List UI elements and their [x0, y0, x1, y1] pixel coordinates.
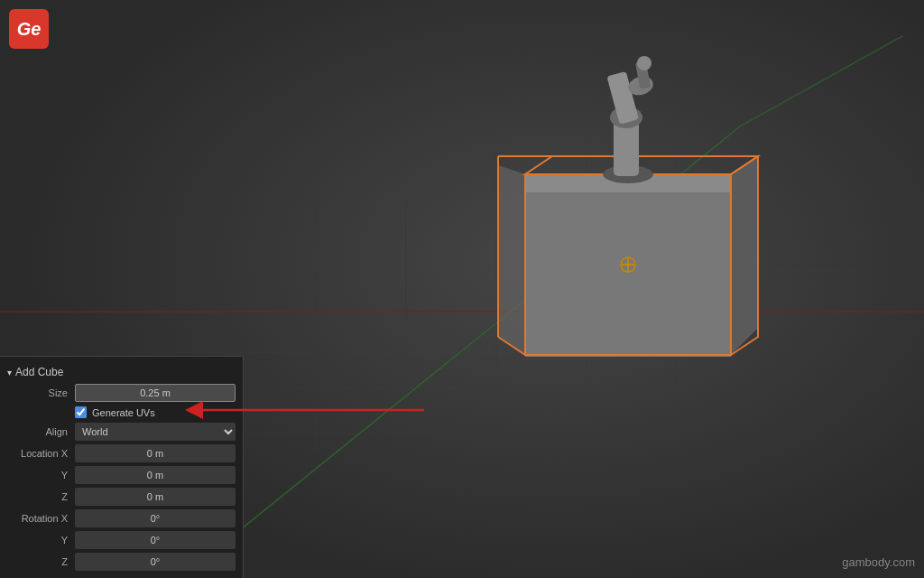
location-y-row: Y — [0, 464, 243, 486]
rotation-x-row: Rotation X — [0, 508, 243, 529]
rotation-x-input[interactable] — [75, 509, 236, 527]
panel-title: Add Cube — [15, 366, 63, 378]
generate-uvs-label: Generate UVs — [92, 407, 155, 418]
location-z-input[interactable] — [75, 488, 236, 506]
logo: Ge — [9, 9, 49, 49]
location-x-input[interactable] — [75, 444, 236, 462]
rotation-x-label: Rotation X — [7, 513, 75, 524]
rotation-z-label: Z — [7, 556, 75, 567]
size-input[interactable] — [75, 384, 236, 402]
location-y-input[interactable] — [75, 466, 236, 484]
rotation-y-label: Y — [7, 535, 75, 545]
rotation-z-row: Z — [0, 551, 243, 573]
rotation-y-row: Y — [0, 529, 243, 551]
chevron-icon: ▾ — [7, 368, 12, 378]
generate-uvs-row: Generate UVs — [0, 404, 243, 421]
properties-panel: ▾ Add Cube Size Generate UVs Align World… — [0, 356, 244, 578]
location-x-row: Location X — [0, 443, 243, 464]
logo-text: Ge — [17, 19, 42, 40]
size-row: Size — [0, 382, 243, 404]
location-z-row: Z — [0, 486, 243, 508]
generate-uvs-checkbox[interactable] — [75, 406, 87, 418]
align-label: Align — [7, 426, 75, 437]
watermark: gambody.com — [842, 555, 915, 569]
panel-header: ▾ Add Cube — [0, 362, 243, 382]
location-x-label: Location X — [7, 448, 75, 459]
rotation-z-input[interactable] — [75, 553, 236, 571]
rotation-y-input[interactable] — [75, 531, 236, 549]
align-dropdown[interactable]: World — [75, 423, 236, 441]
location-y-label: Y — [7, 470, 75, 480]
align-row: Align World — [0, 421, 243, 443]
location-z-label: Z — [7, 491, 75, 502]
size-label: Size — [7, 387, 75, 398]
